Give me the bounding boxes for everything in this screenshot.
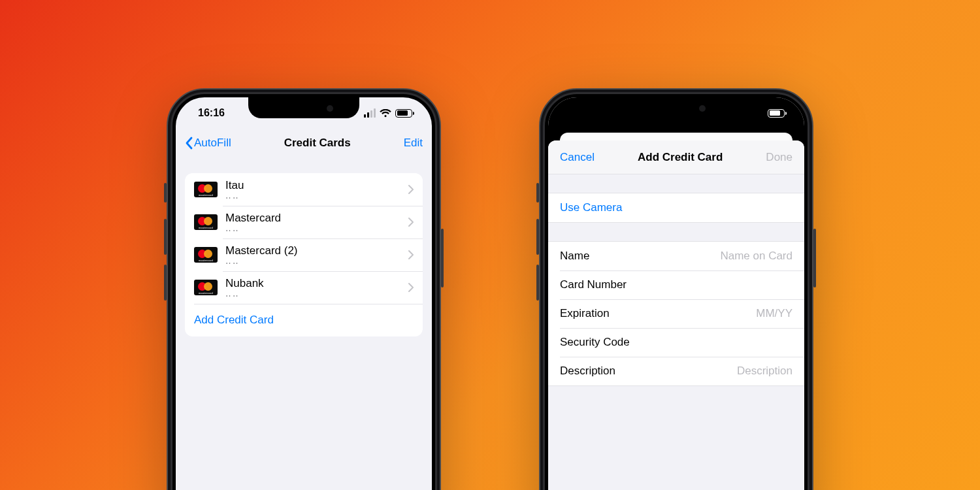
add-card-sheet: Cancel Add Credit Card Done Use Camera N… bbox=[548, 140, 804, 490]
chevron-right-icon bbox=[408, 250, 414, 259]
description-label: Description bbox=[560, 365, 615, 378]
expiration-label: Expiration bbox=[560, 307, 610, 320]
card-form-group: Name Name on Card Card Number Expiration… bbox=[548, 241, 804, 386]
name-label: Name bbox=[560, 250, 589, 263]
card-row[interactable]: mastercard Nubank ‥‥ bbox=[185, 271, 423, 304]
page-title: Credit Cards bbox=[284, 137, 351, 150]
add-credit-card-button[interactable]: Add Credit Card bbox=[185, 304, 423, 336]
credit-cards-list: mastercard Itau ‥‥ mastercard Mastercard… bbox=[185, 173, 423, 336]
card-name: Nubank bbox=[225, 277, 408, 290]
card-name: Mastercard (2) bbox=[225, 244, 408, 257]
add-credit-card-label: Add Credit Card bbox=[194, 314, 274, 327]
mastercard-icon: mastercard bbox=[194, 214, 218, 230]
chevron-right-icon bbox=[408, 218, 414, 227]
notch bbox=[621, 97, 732, 118]
edit-button[interactable]: Edit bbox=[404, 137, 423, 150]
card-mask: ‥‥ bbox=[225, 289, 408, 298]
sheet-title: Add Credit Card bbox=[638, 151, 723, 164]
battery-icon bbox=[395, 109, 412, 118]
card-name: Mastercard bbox=[225, 212, 408, 225]
notch bbox=[248, 97, 359, 118]
security-code-label: Security Code bbox=[560, 336, 630, 349]
use-camera-group: Use Camera bbox=[548, 193, 804, 223]
expiration-field[interactable]: Expiration MM/YY bbox=[548, 299, 804, 328]
phone-right: 16:16 Cancel Add Credit Card Done bbox=[539, 88, 813, 490]
back-button[interactable]: AutoFill bbox=[185, 137, 231, 150]
cellular-icon bbox=[364, 108, 376, 118]
security-code-field[interactable]: Security Code bbox=[548, 328, 804, 357]
sheet-nav: Cancel Add Credit Card Done bbox=[548, 140, 804, 174]
phone-left: 16:16 AutoFill Credit Cards Edit bbox=[167, 88, 441, 490]
use-camera-button[interactable]: Use Camera bbox=[548, 193, 804, 222]
name-field[interactable]: Name Name on Card bbox=[548, 242, 804, 270]
wifi-icon bbox=[380, 109, 391, 118]
card-number-field[interactable]: Card Number bbox=[548, 270, 804, 299]
card-name: Itau bbox=[225, 179, 408, 192]
card-row[interactable]: mastercard Mastercard ‥‥ bbox=[185, 206, 423, 238]
chevron-left-icon bbox=[185, 137, 193, 150]
mastercard-icon: mastercard bbox=[194, 182, 218, 197]
name-placeholder: Name on Card bbox=[720, 250, 792, 263]
mastercard-icon: mastercard bbox=[194, 280, 218, 295]
card-mask: ‥‥ bbox=[225, 224, 408, 233]
expiration-placeholder: MM/YY bbox=[756, 307, 792, 320]
back-label: AutoFill bbox=[194, 137, 231, 150]
battery-icon bbox=[768, 109, 785, 118]
description-field[interactable]: Description Description bbox=[548, 357, 804, 385]
chevron-right-icon bbox=[408, 283, 414, 292]
card-number-label: Card Number bbox=[560, 278, 627, 291]
use-camera-label: Use Camera bbox=[560, 201, 622, 214]
card-row[interactable]: mastercard Mastercard (2) ‥‥ bbox=[185, 238, 423, 271]
cancel-button[interactable]: Cancel bbox=[560, 151, 595, 164]
card-mask: ‥‥ bbox=[225, 257, 408, 265]
card-row[interactable]: mastercard Itau ‥‥ bbox=[185, 173, 423, 206]
nav-bar: AutoFill Credit Cards Edit bbox=[176, 129, 432, 157]
done-button[interactable]: Done bbox=[766, 151, 792, 164]
description-placeholder: Description bbox=[737, 365, 792, 378]
card-mask: ‥‥ bbox=[225, 191, 408, 200]
status-time: 16:16 bbox=[198, 107, 225, 119]
chevron-right-icon bbox=[408, 185, 414, 194]
mastercard-icon: mastercard bbox=[194, 247, 218, 263]
